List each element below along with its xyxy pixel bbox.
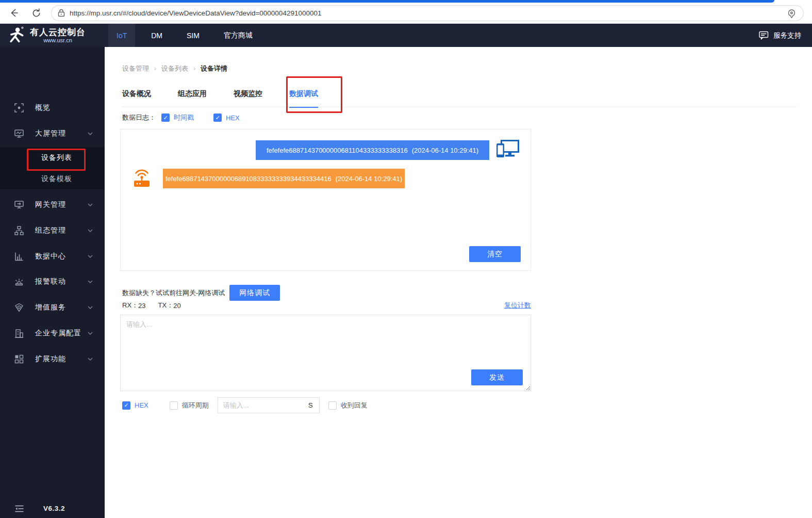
logo[interactable]: 有人云控制台 www.usr.cn <box>0 24 105 47</box>
collapse-sidebar-icon[interactable] <box>15 505 24 512</box>
chevron-down-icon <box>88 306 93 309</box>
tab-device-overview[interactable]: 设备概况 <box>122 87 151 107</box>
app-subtitle: www.usr.cn <box>30 37 86 44</box>
hex-log-label[interactable]: HEX <box>226 114 240 122</box>
timestamp-label[interactable]: 时间戳 <box>174 113 194 122</box>
tx-label: TX： <box>158 301 174 310</box>
send-button[interactable]: 发送 <box>471 369 523 385</box>
nav-tab-official-mall[interactable]: 官方商城 <box>216 24 261 47</box>
top-navigation: 有人云控制台 www.usr.cn IoT DM SIM 官方商城 <box>0 24 812 47</box>
reset-count-link[interactable]: 复位计数 <box>504 301 531 310</box>
sent-message-bubble: fefefefe68871437000000681104333333338316… <box>256 140 489 160</box>
sidebar-subitem-device-template[interactable]: 设备模板 <box>0 168 105 189</box>
send-options: HEX 循环周期 S 收到回复 <box>122 397 368 413</box>
tab-data-debug[interactable]: 数据调试 <box>289 87 318 107</box>
sent-message-text: fefefefe68871437000000681104333333338316 <box>267 147 408 154</box>
nav-tab-dm[interactable]: DM <box>143 24 171 47</box>
sidebar-item-screen-mgmt[interactable]: 大屏管理 <box>0 121 105 147</box>
timestamp-checkbox[interactable] <box>161 114 170 122</box>
cycle-checkbox[interactable] <box>170 401 178 410</box>
chevron-down-icon <box>88 358 93 361</box>
received-message-bubble: fefefe6887143700000068910833333333934433… <box>163 169 405 188</box>
breadcrumb: 设备管理 设备列表 设备详情 <box>122 64 227 73</box>
extension-icon <box>14 354 24 364</box>
tx-value: 20 <box>173 302 180 310</box>
chevron-down-icon <box>88 280 93 283</box>
sidebar-item-overview[interactable]: 概览 <box>0 95 105 121</box>
clear-button[interactable]: 清空 <box>469 246 521 262</box>
breadcrumb-device-detail: 设备详情 <box>201 64 227 73</box>
data-log-panel: fefefefe68871437000000681104333333338316… <box>120 129 531 271</box>
data-missing-hint: 数据缺失？试试前往网关-网络调试 <box>122 288 225 298</box>
nav-tab-sim[interactable]: SIM <box>178 24 208 47</box>
monitor-phone-icon <box>495 139 520 160</box>
location-icon[interactable] <box>786 8 797 19</box>
rx-tx-counters: RX： 23 TX： 20 复位计数 <box>122 301 531 310</box>
data-center-icon <box>14 252 24 261</box>
gateway-icon <box>14 200 24 209</box>
enterprise-icon <box>14 329 24 338</box>
breadcrumb-device-mgmt[interactable]: 设备管理 <box>122 64 149 73</box>
scada-icon <box>14 226 24 235</box>
sidebar-subitem-device-list[interactable]: 设备列表 <box>0 147 105 168</box>
usr-mascot-icon <box>7 26 26 45</box>
received-message-text: fefefe6887143700000068910833333333934433… <box>165 175 332 183</box>
chevron-down-icon <box>88 132 93 135</box>
sidebar-item-enterprise-config[interactable]: 企业专属配置 <box>0 320 105 346</box>
app-title: 有人云控制台 <box>30 27 86 37</box>
cycle-input[interactable] <box>218 401 300 409</box>
detail-tabs: 设备概况 组态应用 视频监控 数据调试 <box>122 87 797 107</box>
reply-label[interactable]: 收到回复 <box>341 401 368 410</box>
nav-tab-iot[interactable]: IoT <box>108 24 135 47</box>
rx-label: RX： <box>122 301 138 310</box>
network-debug-button[interactable]: 网络调试 <box>229 285 280 301</box>
sidebar: 概览 大屏管理 场景管理 设备管理 设备列表 设备模板 网关管理 <box>0 47 105 518</box>
main-content: 设备管理 设备列表 设备详情 设备概况 组态应用 视频监控 数据调试 数据日志：… <box>105 47 812 518</box>
browser-toolbar: https://mp.usr.cn/#/cloud/device/ViewDev… <box>0 3 812 24</box>
tab-video-monitor[interactable]: 视频监控 <box>234 87 262 107</box>
rx-value: 23 <box>138 302 145 310</box>
cycle-label[interactable]: 循环周期 <box>182 401 209 410</box>
hex-log-checkbox[interactable] <box>213 114 222 122</box>
top-nav-tabs: IoT DM SIM 官方商城 <box>108 24 261 47</box>
router-icon <box>131 168 153 189</box>
chevron-down-icon <box>88 203 93 206</box>
version-label: V6.3.2 <box>43 505 65 512</box>
browser-back-button[interactable] <box>7 6 21 20</box>
sidebar-item-value-added[interactable]: 增值服务 <box>0 295 105 320</box>
reply-checkbox[interactable] <box>328 401 337 410</box>
refresh-icon <box>31 8 41 18</box>
breadcrumb-separator <box>193 65 195 72</box>
hex-send-checkbox[interactable] <box>122 401 130 410</box>
value-added-icon <box>14 303 24 312</box>
message-textarea[interactable] <box>120 315 531 391</box>
sidebar-item-extensions[interactable]: 扩展功能 <box>0 346 105 372</box>
back-arrow-icon <box>9 8 19 18</box>
hex-send-label[interactable]: HEX <box>135 401 148 409</box>
service-support-button[interactable]: 服务支持 <box>759 24 801 47</box>
chat-icon <box>759 31 769 40</box>
screen-icon <box>14 129 24 138</box>
sidebar-item-data-center[interactable]: 数据中心 <box>0 244 105 269</box>
lock-icon <box>58 9 65 17</box>
chevron-down-icon <box>88 332 93 335</box>
device-mgmt-submenu: 设备列表 设备模板 <box>0 147 105 189</box>
url-text: https://mp.usr.cn/#/cloud/device/ViewDev… <box>70 9 321 17</box>
sent-message-time: (2024-06-14 10:29:41) <box>412 147 478 154</box>
browser-refresh-button[interactable] <box>29 6 43 20</box>
data-log-label: 数据日志： <box>122 113 156 122</box>
service-support-label: 服务支持 <box>773 31 801 40</box>
received-message-time: (2024-06-14 10:29:41) <box>336 175 402 183</box>
tab-scada-app[interactable]: 组态应用 <box>178 87 207 107</box>
breadcrumb-device-list[interactable]: 设备列表 <box>161 64 188 73</box>
chevron-down-icon <box>88 229 93 232</box>
sidebar-item-scada-mgmt[interactable]: 组态管理 <box>0 218 105 244</box>
overview-icon <box>14 103 24 112</box>
address-bar[interactable]: https://mp.usr.cn/#/cloud/device/ViewDev… <box>51 5 804 21</box>
data-log-options: 数据日志： 时间戳 HEX <box>122 113 240 122</box>
sidebar-item-alarm-linkage[interactable]: 报警联动 <box>0 269 105 295</box>
sidebar-item-gateway-mgmt[interactable]: 网关管理 <box>0 192 105 218</box>
chevron-down-icon <box>88 255 93 258</box>
alarm-icon <box>14 277 24 286</box>
breadcrumb-separator <box>154 65 156 72</box>
